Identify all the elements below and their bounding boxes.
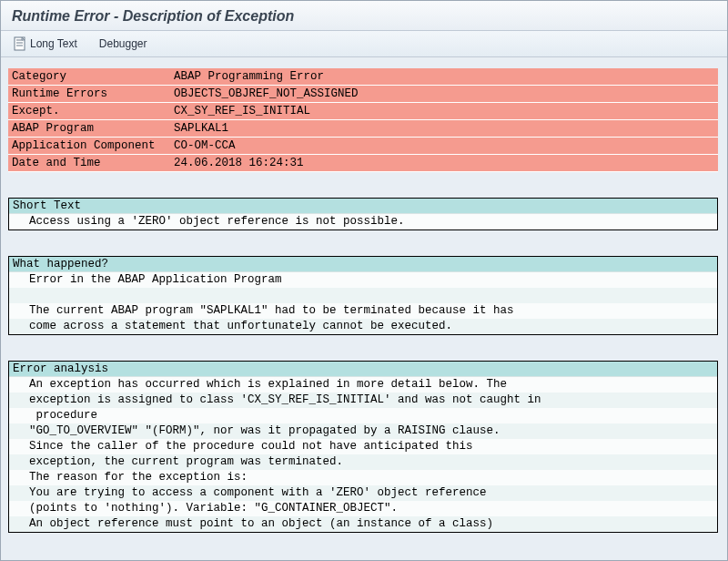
content-area: © www.tutorialkart.com CategoryABAP Prog…	[1, 57, 727, 561]
long-text-button[interactable]: Long Text	[8, 35, 83, 53]
header-label: Runtime Errors	[8, 86, 170, 103]
section-line: "GO_TO_OVERVIEW" "(FORM)", nor was it pr…	[9, 423, 717, 439]
section-line: An exception has occurred which is expla…	[9, 377, 717, 393]
title-bar: Runtime Error - Description of Exception	[1, 1, 727, 31]
section-line: Since the caller of the procedure could …	[9, 439, 717, 454]
long-text-label: Long Text	[30, 37, 77, 50]
section-line: come across a statement that unfortunate…	[9, 319, 717, 334]
section-line: exception is assigned to class 'CX_SY_RE…	[9, 393, 717, 408]
what-happened-section: What happened? Error in the ABAP Applica…	[8, 256, 718, 335]
header-value: OBJECTS_OBJREF_NOT_ASSIGNED	[170, 86, 718, 103]
table-row: CategoryABAP Programming Error	[8, 68, 718, 86]
header-value: SAPLKAL1	[170, 120, 718, 138]
header-label: Date and Time	[8, 155, 170, 172]
section-header-what-happened: What happened?	[9, 257, 717, 272]
table-row: Date and Time24.06.2018 16:24:31	[8, 155, 718, 172]
header-value: ABAP Programming Error	[170, 68, 718, 86]
section-line: exception, the current program was termi…	[9, 454, 717, 470]
header-label: Category	[8, 68, 170, 86]
section-line: Error in the ABAP Application Program	[9, 272, 717, 288]
header-label: ABAP Program	[8, 120, 170, 138]
error-header-table: CategoryABAP Programming ErrorRuntime Er…	[8, 68, 718, 172]
section-line: The current ABAP program "SAPLKAL1" had …	[9, 303, 717, 319]
section-header-error-analysis: Error analysis	[9, 362, 717, 377]
section-line	[9, 288, 717, 303]
section-line: The reason for the exception is:	[9, 470, 717, 485]
header-value: CO-OM-CCA	[170, 138, 718, 155]
section-line: (points to 'nothing'). Variable: "G_CONT…	[9, 501, 717, 516]
page-title: Runtime Error - Description of Exception	[12, 8, 716, 25]
section-header-short-text: Short Text	[9, 199, 717, 214]
debugger-button[interactable]: Debugger	[94, 36, 153, 52]
table-row: Runtime ErrorsOBJECTS_OBJREF_NOT_ASSIGNE…	[8, 86, 718, 103]
error-analysis-section: Error analysis An exception has occurred…	[8, 361, 718, 533]
short-text-section: Short Text Access using a 'ZERO' object …	[8, 198, 718, 230]
header-value: 24.06.2018 16:24:31	[170, 155, 718, 172]
header-value: CX_SY_REF_IS_INITIAL	[170, 103, 718, 120]
section-line: You are trying to access a component wit…	[9, 485, 717, 501]
section-line: procedure	[9, 408, 717, 423]
table-row: Application ComponentCO-OM-CCA	[8, 138, 718, 155]
toolbar: Long Text Debugger	[1, 31, 727, 57]
document-icon	[14, 36, 26, 51]
section-line: An object reference must point to an obj…	[9, 516, 717, 532]
table-row: ABAP ProgramSAPLKAL1	[8, 120, 718, 138]
debugger-label: Debugger	[99, 37, 147, 50]
table-row: Except.CX_SY_REF_IS_INITIAL	[8, 103, 718, 120]
header-label: Application Component	[8, 138, 170, 155]
header-label: Except.	[8, 103, 170, 120]
section-line: Access using a 'ZERO' object reference i…	[9, 214, 717, 230]
